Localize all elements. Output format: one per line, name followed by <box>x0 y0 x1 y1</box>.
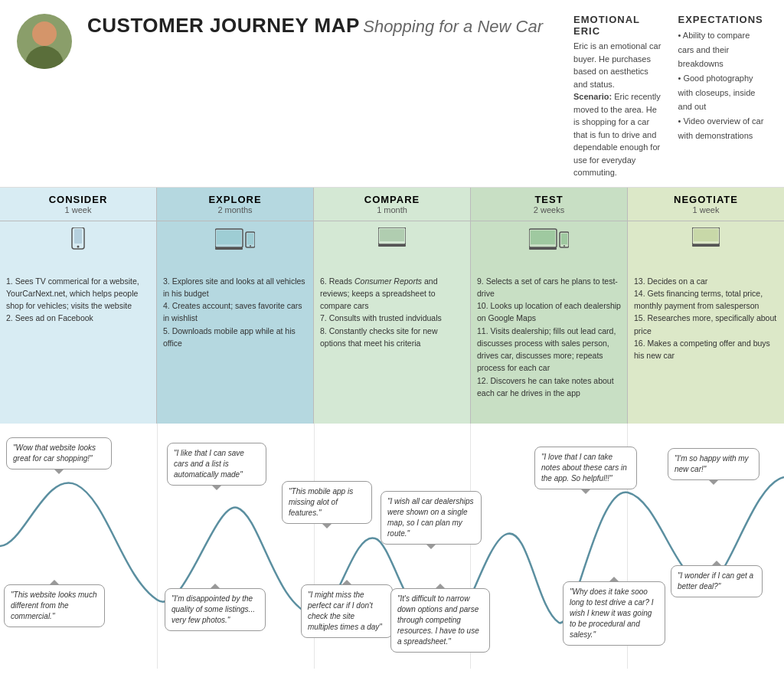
phase-content-explore: 3. Explores site and looks at all vehicl… <box>157 270 314 424</box>
title-bold: CUSTOMER JOURNEY MAP <box>87 14 360 37</box>
phase-icon-explore <box>157 221 314 270</box>
phase-header-consider: CONSIDER 1 week <box>0 188 157 221</box>
phase-name-consider: CONSIDER <box>6 194 150 205</box>
bubble-take-long: "Why does it take sooo long to test driv… <box>563 581 665 646</box>
phase-header-test: TEST 2 weeks <box>471 188 628 221</box>
phase-duration-compare: 1 month <box>320 205 464 214</box>
svg-rect-7 <box>247 234 253 244</box>
phase-duration-test: 2 weeks <box>477 205 621 214</box>
svg-rect-5 <box>215 247 243 250</box>
svg-rect-11 <box>378 244 406 247</box>
phase-duration-consider: 1 week <box>6 205 150 214</box>
phase-name-compare: COMPARE <box>320 194 464 205</box>
expectations-section: EXPECTATIONS Ability to compare cars and… <box>678 14 768 143</box>
laptop-icon-2 <box>692 227 720 249</box>
phase-icon-negotiate <box>628 221 784 270</box>
phase-icons-row <box>0 221 784 270</box>
bubble-explore-positive: "I like that I can save cars and a list … <box>167 443 266 486</box>
phase-name-test: TEST <box>477 194 621 205</box>
phone-icon <box>67 227 89 261</box>
svg-rect-19 <box>694 229 718 241</box>
phase-content-test: 9. Selects a set of cars he plans to tes… <box>471 270 628 424</box>
expectation-item: Video overview of car with demonstration… <box>678 114 768 142</box>
bubble-miss-car: "I might miss the perfect car if I don't… <box>301 584 393 638</box>
svg-rect-4 <box>217 231 241 244</box>
phase-name-negotiate: NEGOTIATE <box>634 194 778 205</box>
phase-content-consider: 1. Sees TV commerical for a website, You… <box>0 270 157 424</box>
phase-headers: CONSIDER 1 week EXPLORE 2 months COMPARE… <box>0 188 784 221</box>
phase-icon-test <box>471 221 628 270</box>
bubble-map: "I wish all car dealerships were shown o… <box>381 491 482 545</box>
phase-duration-negotiate: 1 week <box>634 205 778 214</box>
svg-rect-10 <box>380 229 404 241</box>
persona-section: EMOTIONAL ERIC Eric is an emotional car … <box>573 14 663 179</box>
bubble-better-deal: "I wonder if I can get a better deal?" <box>671 565 763 597</box>
title-italic: Shopping for a New Car <box>363 17 543 36</box>
expectation-item: Good photography with closeups, inside a… <box>678 71 768 114</box>
svg-rect-1 <box>74 229 82 244</box>
svg-point-17 <box>564 245 565 247</box>
journey-map: CONSIDER 1 week EXPLORE 2 months COMPARE… <box>0 188 784 675</box>
header: CUSTOMER JOURNEY MAP Shopping for a New … <box>0 0 784 188</box>
phase-content-compare: 6. Reads Consumer Reports and reviews; k… <box>314 270 471 424</box>
bubble-consider-positive: "Wow that website looks great for car sh… <box>6 437 112 470</box>
svg-rect-13 <box>531 231 555 244</box>
laptop-phone-icon <box>215 227 255 255</box>
svg-rect-14 <box>529 247 557 250</box>
phase-header-negotiate: NEGOTIATE 1 week <box>628 188 784 221</box>
expectations-title: EXPECTATIONS <box>678 14 768 25</box>
phase-icon-compare <box>314 221 471 270</box>
bubble-consider-negative: "This website looks much different from … <box>4 584 105 627</box>
phase-header-explore: EXPLORE 2 months <box>157 188 314 221</box>
bubble-love-notes: "I love that I can take notes about thes… <box>534 447 637 489</box>
bubble-happy-car: "I'm so happy with my new car!" <box>668 448 760 480</box>
expectation-item: Ability to compare cars and their breakd… <box>678 28 768 71</box>
page: CUSTOMER JOURNEY MAP Shopping for a New … <box>0 0 784 674</box>
laptop-phone-icon-2 <box>529 227 569 255</box>
phase-duration-explore: 2 months <box>163 205 307 214</box>
emotion-area: "Wow that website looks great for car sh… <box>0 424 784 669</box>
laptop-icon <box>378 227 406 249</box>
persona-description: Eric is an emotional car buyer. He purch… <box>573 40 663 179</box>
svg-point-8 <box>250 245 251 247</box>
title-area: CUSTOMER JOURNEY MAP Shopping for a New … <box>87 14 543 38</box>
svg-point-2 <box>77 245 80 247</box>
bubble-narrow-down: "It's difficult to narrow down options a… <box>390 588 490 653</box>
phase-content-negotiate: 13. Decides on a car 14. Gets financing … <box>628 270 784 424</box>
expectations-list: Ability to compare cars and their breakd… <box>678 28 768 143</box>
svg-rect-20 <box>692 244 720 247</box>
phase-icon-consider <box>0 221 157 270</box>
phase-header-compare: COMPARE 1 month <box>314 188 471 221</box>
persona-name: EMOTIONAL ERIC <box>573 14 663 37</box>
phase-steps: 1. Sees TV commerical for a website, You… <box>0 270 784 424</box>
svg-rect-16 <box>561 234 567 244</box>
bubble-mobile-missing: "This mobile app is missing alot of feat… <box>282 481 372 524</box>
bubble-explore-negative: "I'm disappointed by the quality of some… <box>165 588 266 631</box>
phase-name-explore: EXPLORE <box>163 194 307 205</box>
avatar <box>17 14 72 69</box>
page-title: CUSTOMER JOURNEY MAP Shopping for a New … <box>87 14 543 38</box>
